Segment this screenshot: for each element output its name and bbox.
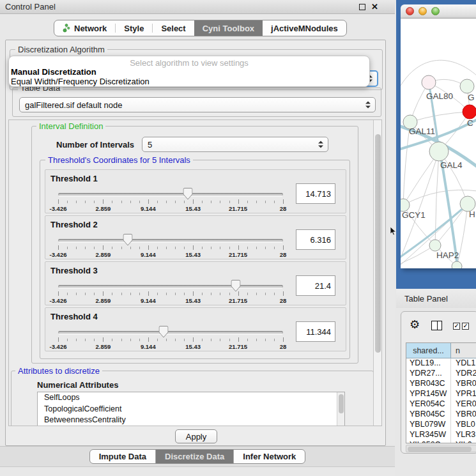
scrollbar-thumb[interactable]: [408, 447, 472, 452]
tab-jactivemnodules[interactable]: jActiveMNodules: [263, 20, 346, 36]
node-gcy1[interactable]: [401, 199, 410, 211]
cell[interactable]: YIL052C: [406, 440, 451, 443]
close-icon[interactable]: ✕: [371, 3, 378, 11]
apply-button[interactable]: Apply: [175, 429, 217, 443]
slider-thumb[interactable]: [183, 188, 193, 200]
window-zoom-icon[interactable]: [431, 7, 440, 15]
popup-option-equal-width-frequency[interactable]: Equal Width/Frequency Discretization: [11, 77, 150, 86]
threshold-4-slider[interactable]: -3.4262.8599.14415.4321.71528: [58, 329, 283, 351]
tab-impute-data[interactable]: Impute Data: [90, 450, 156, 463]
slider-track[interactable]: [58, 285, 283, 288]
slider-track[interactable]: [58, 331, 283, 334]
table-row[interactable]: YDR27...YDR2: [406, 369, 476, 379]
threshold-2-value[interactable]: 6.316: [296, 229, 335, 250]
list-item[interactable]: TopologicalCoefficient: [38, 404, 344, 415]
checkbox-icon[interactable]: ✓: [462, 323, 469, 330]
node-hap2[interactable]: [429, 240, 441, 251]
table-row[interactable]: YDL19...YDL1: [406, 358, 476, 369]
window-close-icon[interactable]: [406, 7, 414, 15]
threshold-3-slider[interactable]: -3.4262.8599.14415.4321.71528: [58, 283, 283, 305]
node-bottom[interactable]: [452, 261, 462, 268]
table-data-combo-value: galFiltered.sif default node: [25, 100, 122, 110]
attributes-group-title: Attributes to discretize: [15, 366, 102, 376]
tab-cyni-toolbox[interactable]: Cyni Toolbox: [194, 20, 263, 36]
node-label-partial-h: H: [469, 210, 475, 219]
cell[interactable]: YIL0: [451, 440, 476, 443]
cell[interactable]: YDL1: [451, 358, 476, 369]
threshold-2-slider[interactable]: -3.4262.8599.14415.4321.71528: [58, 237, 283, 259]
number-of-intervals-combo[interactable]: 5: [142, 137, 328, 152]
slider-tick-labels: -3.4262.8599.14415.4321.71528: [58, 205, 283, 212]
table-row[interactable]: YER054CYER0: [406, 399, 476, 410]
column-layout-icon[interactable]: [431, 321, 442, 330]
tab-select[interactable]: Select: [153, 20, 194, 36]
tab-infer-network[interactable]: Infer Network: [234, 450, 305, 463]
table-row[interactable]: YBR045CYBR0: [406, 410, 476, 420]
threshold-3-value[interactable]: 21.4: [296, 275, 335, 296]
cell[interactable]: YDR27...: [406, 369, 451, 379]
slider-thumb[interactable]: [123, 234, 133, 246]
network-nodes[interactable]: [401, 75, 476, 268]
cell[interactable]: YPR1: [451, 389, 476, 399]
table-row[interactable]: YBR043CYBR0: [406, 379, 476, 389]
node-gal80[interactable]: [422, 75, 436, 89]
network-canvas[interactable]: GAL80 G C GAL11 GAL4 GCY1 H HAP2: [401, 19, 476, 268]
slider-thumb[interactable]: [159, 326, 169, 338]
scrollbar-thumb[interactable]: [339, 394, 344, 413]
cell[interactable]: YPR145W: [406, 389, 451, 399]
cell[interactable]: YER0: [451, 399, 476, 410]
cell[interactable]: YER054C: [406, 399, 451, 410]
cell[interactable]: YDR2: [451, 369, 476, 379]
threshold-3-label: Threshold 3: [50, 266, 98, 275]
network-window-titlebar: [401, 4, 476, 19]
scrollbar-thumb[interactable]: [375, 134, 381, 353]
tab-style[interactable]: Style: [116, 20, 152, 36]
control-panel-titlebar: Control Panel ✕: [0, 0, 395, 14]
node-red-selected[interactable]: [463, 105, 476, 119]
tab-network[interactable]: Network: [54, 20, 115, 36]
table-row[interactable]: YIL052CYIL0: [406, 440, 476, 443]
table-panel-titlebar: Table Panel: [396, 289, 476, 308]
threshold-4-value[interactable]: 11.344: [296, 321, 335, 342]
node-label-gal4: GAL4: [440, 160, 463, 170]
list-item[interactable]: BetweennessCentrality: [38, 415, 344, 426]
threshold-1-value[interactable]: 14.713: [296, 183, 335, 204]
popup-option-manual-discretization[interactable]: Manual Discretization: [11, 67, 96, 77]
list-scrollbar[interactable]: [337, 392, 344, 426]
gear-icon[interactable]: ⚙: [410, 318, 420, 332]
slider-thumb[interactable]: [231, 280, 241, 292]
cell[interactable]: YBR043C: [406, 379, 451, 389]
table-horizontal-scrollbar[interactable]: [406, 445, 476, 452]
slider-ticks: [58, 291, 283, 296]
cell[interactable]: YDL19...: [406, 358, 451, 369]
cell[interactable]: YBL0: [451, 420, 476, 430]
window-minimize-icon[interactable]: [418, 7, 427, 15]
cell[interactable]: YBL079W: [406, 420, 451, 430]
checkbox-icon[interactable]: ✓: [453, 323, 460, 330]
node-label-gcy1: GCY1: [402, 210, 426, 220]
cell[interactable]: YBR0: [451, 379, 476, 389]
table-row[interactable]: YBL079WYBL0: [406, 420, 476, 430]
table-row[interactable]: YLR345WYLR3: [406, 430, 476, 440]
node-table[interactable]: shared... n YDL19...YDL1 YDR27...YDR2 YB…: [406, 342, 476, 443]
cell[interactable]: YBR045C: [406, 410, 451, 420]
settings-scrollbar[interactable]: [373, 120, 381, 426]
cell[interactable]: YBR0: [451, 410, 476, 420]
threshold-1-slider[interactable]: -3.4262.8599.14415.4321.71528: [58, 191, 283, 213]
slider-track[interactable]: [58, 193, 283, 196]
numerical-attributes-list[interactable]: SelfLoops TopologicalCoefficient Between…: [37, 392, 345, 426]
node-top-right[interactable]: [460, 79, 474, 93]
cell[interactable]: YLR345W: [406, 430, 451, 440]
list-item[interactable]: SelfLoops: [38, 392, 344, 404]
cell[interactable]: YLR3: [451, 430, 476, 440]
slider-tick-labels: -3.4262.8599.14415.4321.71528: [58, 343, 283, 350]
threshold-4-panel: Threshold 4 -3.4262.8599.14415.4321.7152…: [45, 307, 346, 351]
slider-track[interactable]: [58, 239, 283, 242]
column-header-name[interactable]: n: [451, 343, 476, 358]
tab-discretize-data[interactable]: Discretize Data: [156, 450, 234, 463]
node-gal4[interactable]: [429, 142, 449, 161]
table-row[interactable]: YPR145WYPR1: [406, 389, 476, 399]
column-header-shared-name[interactable]: shared...: [406, 343, 451, 358]
float-window-icon[interactable]: [359, 4, 365, 10]
table-data-combo[interactable]: galFiltered.sif default node: [19, 97, 376, 112]
